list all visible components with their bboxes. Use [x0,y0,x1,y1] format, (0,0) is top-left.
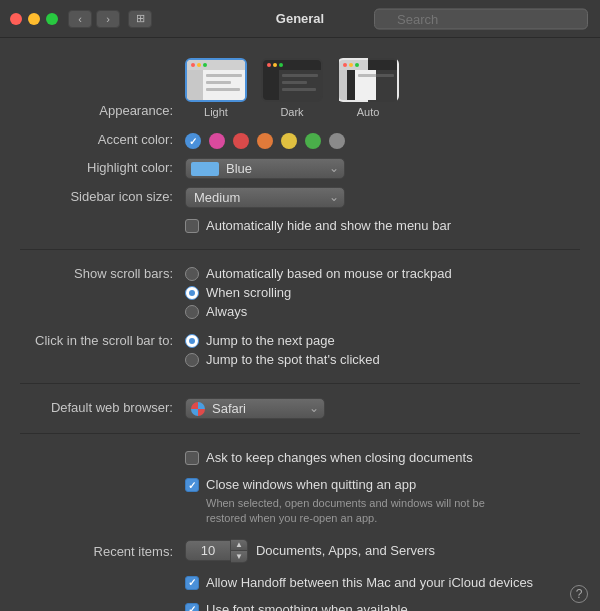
click-spot-radio[interactable] [185,353,199,367]
sidebar-icon-size-label: Sidebar icon size: [20,187,185,204]
click-spot-label: Jump to the spot that's clicked [206,352,380,367]
highlight-color-row: Highlight color: Blue Gold Pink Purple R… [0,154,600,183]
sidebar-icon-size-row: Sidebar icon size: Small Medium Large [0,183,600,212]
appearance-label: Appearance: [20,101,185,118]
menu-bar-checkbox[interactable] [185,219,199,233]
menu-bar-label [20,216,185,218]
menu-bar-checkbox-row: Automatically hide and show the menu bar [185,216,451,235]
stepper-up-button[interactable]: ▲ [231,540,247,552]
click-next-radio[interactable] [185,334,199,348]
font-smoothing-row: Use font smoothing when available [0,596,600,611]
dark-thumb [261,58,323,102]
accent-orange[interactable] [257,133,273,149]
close-docs-row: Ask to keep changes when closing documen… [0,442,600,471]
click-scroll-content: Jump to the next page Jump to the spot t… [185,331,580,369]
close-windows-checkbox-row: Close windows when quitting an app [185,475,526,494]
handoff-label-spacer [20,573,185,575]
sidebar-icon-size-select[interactable]: Small Medium Large [185,187,345,208]
handoff-checkbox-label: Allow Handoff between this Mac and your … [206,575,533,590]
click-spot-row: Jump to the spot that's clicked [185,350,380,369]
default-browser-label: Default web browser: [20,398,185,415]
close-docs-checkbox-row: Ask to keep changes when closing documen… [185,448,473,467]
show-scroll-bars-content: Automatically based on mouse or trackpad… [185,264,580,321]
main-content: Appearance: [0,38,600,611]
accent-gray[interactable] [329,133,345,149]
stepper-down-button[interactable]: ▼ [231,551,247,562]
close-windows-group: Close windows when quitting an app When … [185,475,526,527]
accent-color-options [185,130,580,149]
forward-icon: › [106,13,110,25]
font-smoothing-checkbox-label: Use font smoothing when available [206,602,408,611]
recent-items-content: 5 10 15 20 25 50 None ▲ ▼ Documents, App… [185,539,580,563]
back-icon: ‹ [78,13,82,25]
appearance-light[interactable]: Light [185,58,247,118]
search-input[interactable] [374,8,588,29]
highlight-color-select-wrapper: Blue Gold Pink Purple Red Orange Green G… [185,158,345,179]
grid-button[interactable]: ⊞ [128,10,152,28]
accent-color-swatches [185,130,345,149]
scroll-when-row: When scrolling [185,283,452,302]
menu-bar-checkbox-label: Automatically hide and show the menu bar [206,218,451,233]
separator-3 [20,433,580,434]
recent-items-stepper: 5 10 15 20 25 50 None ▲ ▼ [185,539,248,563]
handoff-row: Allow Handoff between this Mac and your … [0,567,600,596]
handoff-checkbox[interactable] [185,576,199,590]
auto-label: Auto [357,106,380,118]
accent-purple[interactable] [209,133,225,149]
close-windows-label-spacer [20,475,185,477]
scroll-always-label: Always [206,304,247,319]
close-windows-sub-text: When selected, open documents and window… [206,496,526,527]
accent-blue[interactable] [185,133,201,149]
accent-yellow[interactable] [281,133,297,149]
recent-items-select[interactable]: 5 10 15 20 25 50 None [185,540,231,561]
default-browser-select[interactable]: Safari Chrome Firefox [185,398,325,419]
close-button[interactable] [10,13,22,25]
scroll-bar-options: Automatically based on mouse or trackpad… [185,264,452,321]
menu-bar-row: Automatically hide and show the menu bar [0,212,600,241]
click-scroll-options: Jump to the next page Jump to the spot t… [185,331,380,369]
appearance-auto[interactable]: Auto [337,58,399,118]
minimize-button[interactable] [28,13,40,25]
close-docs-checkbox[interactable] [185,451,199,465]
close-windows-row: Close windows when quitting an app When … [0,471,600,531]
sidebar-icon-size-select-wrapper: Small Medium Large [185,187,345,208]
scroll-auto-radio[interactable] [185,267,199,281]
forward-button[interactable]: › [96,10,120,28]
auto-thumb [337,58,399,102]
appearance-thumbnails: Light [185,58,399,118]
window-title: General [276,11,324,26]
maximize-button[interactable] [46,13,58,25]
search-wrapper: 🔍 [374,8,588,29]
default-browser-select-wrapper: Safari Chrome Firefox [185,398,325,419]
traffic-lights [10,13,58,25]
recent-items-label: Recent items: [20,542,185,559]
close-windows-content: Close windows when quitting an app When … [185,475,580,527]
default-browser-content: Safari Chrome Firefox [185,398,580,419]
recent-items-row: Recent items: 5 10 15 20 25 50 None ▲ ▼ … [0,531,600,567]
accent-color-row: Accent color: [0,126,600,154]
font-smoothing-checkbox[interactable] [185,603,199,611]
titlebar: ‹ › ⊞ General 🔍 [0,0,600,38]
handoff-checkbox-row: Allow Handoff between this Mac and your … [185,573,533,592]
scroll-when-radio[interactable] [185,286,199,300]
back-button[interactable]: ‹ [68,10,92,28]
help-button[interactable]: ? [570,585,588,603]
light-label: Light [204,106,228,118]
font-smoothing-content: Use font smoothing when available [185,600,580,611]
highlight-color-content: Blue Gold Pink Purple Red Orange Green G… [185,158,580,179]
scroll-always-radio[interactable] [185,305,199,319]
appearance-options: Light [185,58,580,118]
menu-bar-content: Automatically hide and show the menu bar [185,216,580,235]
dark-label: Dark [280,106,303,118]
recent-items-suffix: Documents, Apps, and Servers [256,543,435,558]
click-next-row: Jump to the next page [185,331,380,350]
highlight-color-label: Highlight color: [20,158,185,175]
accent-red[interactable] [233,133,249,149]
close-windows-checkbox[interactable] [185,478,199,492]
font-smoothing-label-spacer [20,600,185,602]
accent-green[interactable] [305,133,321,149]
help-icon: ? [576,587,583,601]
appearance-dark[interactable]: Dark [261,58,323,118]
highlight-color-select[interactable]: Blue Gold Pink Purple Red Orange Green G… [185,158,345,179]
click-scroll-row: Click in the scroll bar to: Jump to the … [0,325,600,375]
